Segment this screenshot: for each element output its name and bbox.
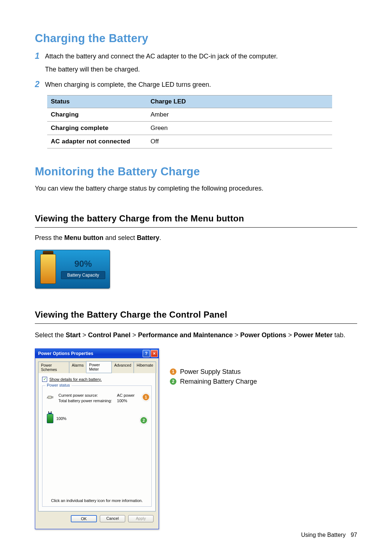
svg-rect-0 xyxy=(48,396,52,399)
battery-icon xyxy=(40,254,56,284)
step-1-text: Attach the battery and connect the AC ad… xyxy=(45,52,278,62)
annotation-legend: 1 Power Supply Status 2 Remaining Batter… xyxy=(170,348,257,388)
apply-button[interactable]: Apply xyxy=(128,515,154,522)
battery-small[interactable]: 100% xyxy=(47,414,147,423)
step-1-subtext: The battery will then be charged. xyxy=(45,65,278,75)
td-led: Off xyxy=(147,135,332,148)
td-status: AC adapter not connected xyxy=(47,135,147,148)
tab-panel: ✓ Show details for each battery. Power s… xyxy=(38,373,156,511)
text: . xyxy=(159,234,161,241)
legend-item: 2 Remaining Battery Charge xyxy=(170,378,257,385)
bold: Performance and Maintenance xyxy=(138,331,233,339)
checkbox-icon[interactable]: ✓ xyxy=(42,377,47,382)
dialog-buttons: OK Cancel Apply xyxy=(38,511,156,526)
kv-key: Current power source: xyxy=(58,393,112,397)
tab-advanced[interactable]: Advanced xyxy=(111,362,134,373)
th-status: Status xyxy=(47,95,147,108)
tab-hibernate[interactable]: Hibernate xyxy=(134,362,156,373)
legend-badge-1-icon: 1 xyxy=(170,368,176,375)
step-2-text: When charging is complete, the Charge LE… xyxy=(45,80,211,90)
td-status: Charging complete xyxy=(47,121,147,135)
monitoring-intro: You can view the battery charge status b… xyxy=(35,185,357,192)
tab-power-schemes[interactable]: Power Schemes xyxy=(38,362,69,373)
tabstrip: Power Schemes Alarms Power Meter Advance… xyxy=(38,361,156,373)
battery-capacity-widget: 90% Battery Capacity xyxy=(35,250,110,289)
bold: Battery xyxy=(137,234,159,241)
power-options-dialog: Power Options Properties ? × Power Schem… xyxy=(35,348,159,529)
text: tab. xyxy=(332,331,345,339)
section-charging-title: Charging the Battery xyxy=(35,32,357,45)
td-status: Charging xyxy=(47,108,147,121)
text: Select the xyxy=(35,331,66,339)
step-number: 1 xyxy=(35,52,45,60)
charge-led-table: Status Charge LED Charging Amber Chargin… xyxy=(47,95,332,148)
bold: Power Options xyxy=(240,331,286,339)
step-1: 1 Attach the battery and connect the AC … xyxy=(35,52,357,75)
groupbox-footer-hint: Click an individual battery icon for mor… xyxy=(42,498,151,503)
text: and select xyxy=(103,234,137,241)
help-button[interactable]: ? xyxy=(143,350,150,357)
bold: Control Panel xyxy=(88,331,131,339)
th-charge-led: Charge LED xyxy=(147,95,332,108)
footer-page-number: 97 xyxy=(351,532,357,538)
sep: > xyxy=(233,331,240,339)
subhead-view-control-panel: Viewing the Battery Charge the Control P… xyxy=(35,310,357,324)
footer-text: Using the Battery xyxy=(301,532,346,538)
battery-capacity-label: Battery Capacity xyxy=(61,271,105,279)
kv-val: AC power xyxy=(117,393,134,397)
legend-text: Remaining Battery Charge xyxy=(180,378,257,385)
subhead-view-menu: Viewing the battery Charge from the Menu… xyxy=(35,213,357,228)
step-2: 2 When charging is complete, the Charge … xyxy=(35,80,357,90)
step-body: Attach the battery and connect the AC ad… xyxy=(45,52,278,75)
tab-alarms[interactable]: Alarms xyxy=(69,362,87,373)
sep: > xyxy=(286,331,294,339)
bold: Power Meter xyxy=(294,331,332,339)
text: Press the xyxy=(35,234,64,241)
kv-val: 100% xyxy=(117,399,134,403)
power-status-lines: Current power source: AC power Total bat… xyxy=(47,393,147,403)
page: Charging the Battery 1 Attach the batter… xyxy=(0,0,392,555)
annotation-1-icon: 1 xyxy=(142,393,150,401)
tab-power-meter[interactable]: Power Meter xyxy=(86,361,111,373)
td-led: Green xyxy=(147,121,332,135)
legend-item: 1 Power Supply Status xyxy=(170,368,257,376)
sep: > xyxy=(81,331,88,339)
close-button[interactable]: × xyxy=(151,350,158,357)
view-menu-text: Press the Menu button and select Battery… xyxy=(35,234,357,242)
legend-badge-2-icon: 2 xyxy=(170,378,176,385)
td-led: Amber xyxy=(147,108,332,121)
show-details-checkbox-row[interactable]: ✓ Show details for each battery. xyxy=(42,377,152,382)
table-row: Charging Amber xyxy=(47,108,332,121)
battery-percent: 90% xyxy=(61,259,105,269)
battery-small-percent: 100% xyxy=(56,416,66,421)
annotation-2-icon: 2 xyxy=(140,416,148,424)
groupbox-legend: Power status xyxy=(45,383,72,387)
page-footer: Using the Battery 97 xyxy=(301,532,357,538)
table-row: AC adapter not connected Off xyxy=(47,135,332,148)
cancel-button[interactable]: Cancel xyxy=(100,515,125,522)
section-monitoring-title: Monitoring the Battery Charge xyxy=(35,165,357,178)
dialog-titlebar: Power Options Properties ? × xyxy=(35,349,159,358)
ok-button[interactable]: OK xyxy=(71,515,97,522)
bold: Menu button xyxy=(64,234,103,241)
dialog-title: Power Options Properties xyxy=(38,351,93,356)
sep: > xyxy=(131,331,138,339)
battery-small-icon xyxy=(47,414,53,423)
battery-readout: 90% Battery Capacity xyxy=(61,259,110,279)
bold: Start xyxy=(66,331,81,339)
kv-key: Total battery power remaining: xyxy=(58,399,112,403)
dialog-body: Power Schemes Alarms Power Meter Advance… xyxy=(35,358,159,529)
step-body: When charging is complete, the Charge LE… xyxy=(45,80,211,90)
step-number: 2 xyxy=(35,80,45,89)
legend-text: Power Supply Status xyxy=(180,368,241,376)
checkbox-label: Show details for each battery. xyxy=(49,377,102,381)
plug-icon xyxy=(47,393,55,401)
control-panel-path: Select the Start > Control Panel > Perfo… xyxy=(35,330,357,340)
table-row: Charging complete Green xyxy=(47,121,332,135)
power-status-groupbox: Power status 1 2 xyxy=(42,385,152,507)
